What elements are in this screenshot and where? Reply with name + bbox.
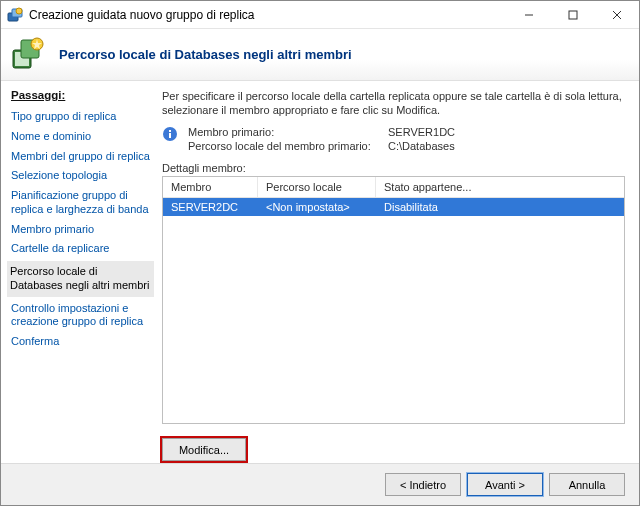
main-pane: Per specificare il percorso locale della… <box>156 81 639 463</box>
wizard-footer: < Indietro Avanti > Annulla <box>1 463 639 505</box>
column-path[interactable]: Percorso locale <box>258 177 376 197</box>
member-details-table[interactable]: Membro Percorso locale Stato appartene..… <box>162 176 625 424</box>
info-icon <box>162 126 178 142</box>
window-controls <box>507 1 639 28</box>
modify-button[interactable]: Modifica... <box>162 438 246 461</box>
maximize-button[interactable] <box>551 1 595 28</box>
svg-rect-4 <box>569 11 577 19</box>
back-button[interactable]: < Indietro <box>385 473 461 496</box>
instruction-text: Per specificare il percorso locale della… <box>162 89 625 118</box>
table-header: Membro Percorso locale Stato appartene..… <box>163 177 624 198</box>
step-item: Percorso locale di Databases negli altri… <box>7 261 154 297</box>
svg-rect-12 <box>169 133 171 138</box>
step-item[interactable]: Cartelle da replicare <box>11 239 150 259</box>
step-item[interactable]: Membro primario <box>11 220 150 240</box>
wizard-banner: Percorso locale di Databases negli altri… <box>1 29 639 81</box>
title-bar: Creazione guidata nuovo gruppo di replic… <box>1 1 639 29</box>
minimize-button[interactable] <box>507 1 551 28</box>
step-item[interactable]: Controllo impostazioni e creazione grupp… <box>11 299 150 333</box>
cancel-button[interactable]: Annulla <box>549 473 625 496</box>
cell-status: Disabilitata <box>376 201 624 213</box>
app-icon <box>7 7 23 23</box>
table-row[interactable]: SERVER2DC <Non impostata> Disabilitata <box>163 198 624 216</box>
column-member[interactable]: Membro <box>163 177 258 197</box>
primary-path-value: C:\Databases <box>388 140 455 152</box>
window-title: Creazione guidata nuovo gruppo di replic… <box>29 8 507 22</box>
primary-member-value: SERVER1DC <box>388 126 455 138</box>
svg-rect-13 <box>169 130 171 132</box>
steps-sidebar: Passaggi: Tipo gruppo di replicaNome e d… <box>1 81 156 463</box>
next-button[interactable]: Avanti > <box>467 473 543 496</box>
primary-path-label: Percorso locale del membro primario: <box>188 140 388 152</box>
cell-path: <Non impostata> <box>258 201 376 213</box>
close-button[interactable] <box>595 1 639 28</box>
column-status[interactable]: Stato appartene... <box>376 177 624 197</box>
steps-header: Passaggi: <box>11 89 150 101</box>
step-item[interactable]: Selezione topologia <box>11 166 150 186</box>
step-item[interactable]: Tipo gruppo di replica <box>11 107 150 127</box>
step-item[interactable]: Nome e dominio <box>11 127 150 147</box>
details-label: Dettagli membro: <box>162 162 625 174</box>
primary-member-label: Membro primario: <box>188 126 388 138</box>
step-item[interactable]: Conferma <box>11 332 150 352</box>
cell-member: SERVER2DC <box>163 201 258 213</box>
step-item[interactable]: Membri del gruppo di replica <box>11 147 150 167</box>
step-item[interactable]: Pianificazione gruppo di replica e largh… <box>11 186 150 220</box>
wizard-icon <box>9 36 47 74</box>
svg-point-2 <box>16 8 22 14</box>
page-title: Percorso locale di Databases negli altri… <box>59 47 352 62</box>
